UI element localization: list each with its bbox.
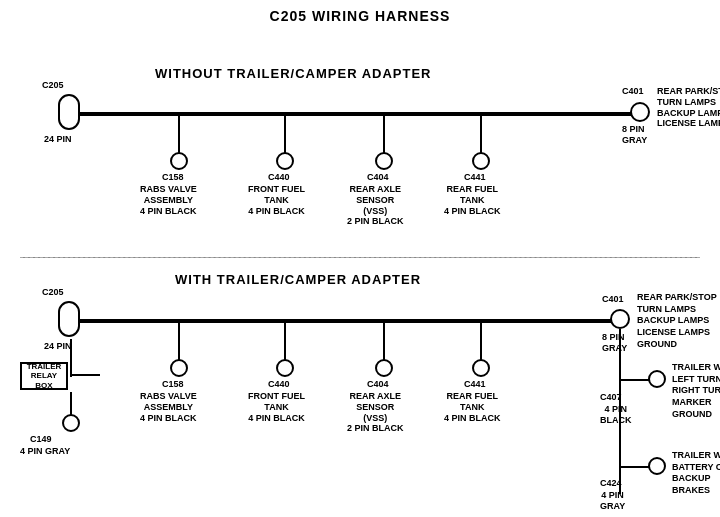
c424-hline (619, 466, 649, 468)
s1-label-c441-desc: REAR FUEL TANK 4 PIN BLACK (444, 184, 501, 216)
page-title: C205 WIRING HARNESS (0, 0, 720, 24)
s2-label-c440-desc: FRONT FUEL TANK 4 PIN BLACK (248, 391, 305, 423)
c424-id: C424 (600, 478, 622, 489)
s1-vline-c441 (480, 114, 482, 154)
s1-label-c440-id: C440 (268, 172, 290, 183)
section1-hline (80, 112, 640, 116)
s2-vline-c158 (178, 321, 180, 361)
s1-label-c440-desc: FRONT FUEL TANK 4 PIN BLACK (248, 184, 305, 216)
s2-label-c404-desc: REAR AXLE SENSOR (VSS) 2 PIN BLACK (347, 391, 404, 434)
c407-id: C407 (600, 392, 622, 403)
s2-conn-c158 (170, 359, 188, 377)
s2-vline-c440 (284, 321, 286, 361)
section2-left-pins: 24 PIN (44, 341, 72, 352)
s2-conn-c441 (472, 359, 490, 377)
section1-right-pins: 8 PINGRAY (622, 124, 647, 146)
trailer-relay-hline (70, 374, 100, 376)
c407-desc: TRAILER WIRES LEFT TURN RIGHT TURN MARKE… (672, 362, 720, 420)
section2-left-connector (58, 301, 80, 337)
s1-label-c158-id: C158 (162, 172, 184, 183)
c407-conn (648, 370, 666, 388)
s1-conn-c441 (472, 152, 490, 170)
s1-label-c158-desc: RABS VALVE ASSEMBLY 4 PIN BLACK (140, 184, 197, 216)
section1-right-connector (630, 102, 650, 122)
c407-pins: 4 PINBLACK (600, 404, 632, 426)
c407-hline (619, 379, 649, 381)
s1-conn-c158 (170, 152, 188, 170)
s2-label-c440-id: C440 (268, 379, 290, 390)
diagram-container: WITHOUT TRAILER/CAMPER ADAPTER C205 24 P… (0, 24, 720, 514)
s1-label-c404-id: C404 (367, 172, 389, 183)
section2-right-id: C401 (602, 294, 624, 305)
c149-conn (62, 414, 80, 432)
section2-hline (80, 319, 620, 323)
section1-right-id: C401 (622, 86, 644, 97)
s2-label-c441-desc: REAR FUEL TANK 4 PIN BLACK (444, 391, 501, 423)
section1-title: WITHOUT TRAILER/CAMPER ADAPTER (155, 66, 432, 81)
divider (20, 257, 700, 258)
s2-label-c404-id: C404 (367, 379, 389, 390)
s2-vline-c441 (480, 321, 482, 361)
trailer-relay-box: TRAILERRELAYBOX (20, 362, 68, 390)
section2-title: WITH TRAILER/CAMPER ADAPTER (175, 272, 421, 287)
c424-desc: TRAILER WIRES BATTERY CHARGE BACKUP BRAK… (672, 450, 720, 497)
trailer-relay-vline (70, 339, 72, 377)
s2-vline-c404 (383, 321, 385, 361)
s2-label-c441-id: C441 (464, 379, 486, 390)
s1-vline-c404 (383, 114, 385, 154)
s1-label-c404-desc: REAR AXLE SENSOR (VSS) 2 PIN BLACK (347, 184, 404, 227)
s1-label-c441-id: C441 (464, 172, 486, 183)
s2-conn-c404 (375, 359, 393, 377)
section1-right-desc: REAR PARK/STOP TURN LAMPS BACKUP LAMPS L… (657, 86, 720, 129)
section2-right-connector (610, 309, 630, 329)
s1-conn-c440 (276, 152, 294, 170)
section2-right-desc: REAR PARK/STOP TURN LAMPS BACKUP LAMPS L… (637, 292, 717, 350)
c424-conn (648, 457, 666, 475)
section1-left-connector (58, 94, 80, 130)
section2-left-id: C205 (42, 287, 64, 298)
c424-pins: 4 PINGRAY (600, 490, 625, 512)
s1-vline-c440 (284, 114, 286, 154)
s2-label-c158-desc: RABS VALVE ASSEMBLY 4 PIN BLACK (140, 391, 197, 423)
section1-left-id: C205 (42, 80, 64, 91)
c149-pins: 4 PIN GRAY (20, 446, 70, 457)
s2-conn-c440 (276, 359, 294, 377)
section2-right-pins: 8 PINGRAY (602, 332, 627, 354)
s2-label-c158-id: C158 (162, 379, 184, 390)
s1-vline-c158 (178, 114, 180, 154)
section1-left-pins: 24 PIN (44, 134, 72, 145)
c149-id: C149 (30, 434, 52, 445)
s1-conn-c404 (375, 152, 393, 170)
